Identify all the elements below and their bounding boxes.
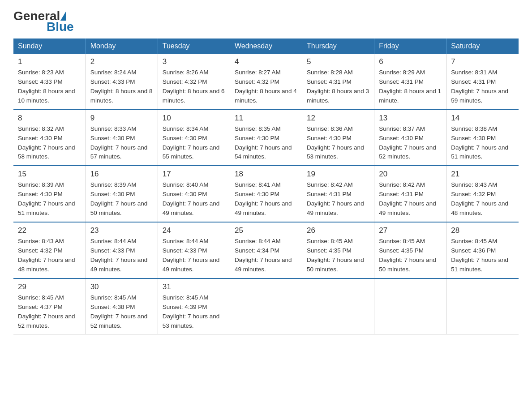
day-info: Sunrise: 8:31 AMSunset: 4:31 PMDaylight:… (451, 68, 514, 106)
day-info: Sunrise: 8:37 AMSunset: 4:30 PMDaylight:… (379, 124, 442, 162)
day-number: 30 (90, 283, 153, 291)
day-number: 31 (163, 283, 225, 291)
day-number: 4 (235, 57, 297, 66)
table-row: 8Sunrise: 8:32 AMSunset: 4:30 PMDaylight… (13, 110, 86, 166)
table-row: 5Sunrise: 8:28 AMSunset: 4:31 PMDaylight… (302, 54, 374, 110)
day-info: Sunrise: 8:45 AMSunset: 4:39 PMDaylight:… (163, 293, 225, 331)
table-row (374, 278, 446, 334)
day-number: 17 (163, 170, 225, 179)
day-number: 27 (379, 226, 442, 235)
day-number: 29 (18, 283, 81, 291)
table-row: 15Sunrise: 8:39 AMSunset: 4:30 PMDayligh… (13, 166, 86, 222)
day-number: 7 (451, 57, 514, 66)
table-row: 28Sunrise: 8:45 AMSunset: 4:36 PMDayligh… (446, 222, 519, 278)
table-row: 13Sunrise: 8:37 AMSunset: 4:30 PMDayligh… (374, 110, 446, 166)
calendar-table: Sunday Monday Tuesday Wednesday Thursday… (13, 39, 519, 334)
header-saturday: Saturday (446, 39, 519, 54)
day-info: Sunrise: 8:45 AMSunset: 4:38 PMDaylight:… (90, 293, 153, 331)
table-row: 20Sunrise: 8:42 AMSunset: 4:31 PMDayligh… (374, 166, 446, 222)
day-number: 26 (307, 226, 369, 235)
day-number: 10 (163, 114, 225, 123)
day-number: 6 (379, 57, 442, 66)
header-friday: Friday (374, 39, 446, 54)
table-row: 6Sunrise: 8:29 AMSunset: 4:31 PMDaylight… (374, 54, 446, 110)
day-number: 2 (90, 57, 153, 66)
day-number: 11 (235, 114, 297, 123)
day-info: Sunrise: 8:39 AMSunset: 4:30 PMDaylight:… (18, 180, 81, 218)
day-info: Sunrise: 8:44 AMSunset: 4:33 PMDaylight:… (163, 237, 225, 274)
week-row-5: 29Sunrise: 8:45 AMSunset: 4:37 PMDayligh… (13, 278, 519, 334)
header-tuesday: Tuesday (158, 39, 230, 54)
logo: General Blue (13, 9, 74, 34)
day-number: 3 (163, 57, 225, 66)
day-info: Sunrise: 8:38 AMSunset: 4:30 PMDaylight:… (451, 124, 514, 162)
day-number: 14 (451, 114, 514, 123)
day-info: Sunrise: 8:26 AMSunset: 4:32 PMDaylight:… (163, 68, 225, 106)
weekday-header-row: Sunday Monday Tuesday Wednesday Thursday… (13, 39, 519, 54)
day-info: Sunrise: 8:23 AMSunset: 4:33 PMDaylight:… (18, 68, 81, 106)
day-number: 16 (90, 170, 153, 179)
day-info: Sunrise: 8:29 AMSunset: 4:31 PMDaylight:… (379, 68, 442, 106)
table-row: 22Sunrise: 8:43 AMSunset: 4:32 PMDayligh… (13, 222, 86, 278)
logo-blue-text: Blue (47, 20, 74, 34)
page-header: General Blue (13, 9, 519, 34)
day-info: Sunrise: 8:45 AMSunset: 4:37 PMDaylight:… (18, 293, 81, 331)
day-info: Sunrise: 8:45 AMSunset: 4:35 PMDaylight:… (379, 237, 442, 274)
header-monday: Monday (86, 39, 158, 54)
day-number: 20 (379, 170, 442, 179)
day-number: 18 (235, 170, 297, 179)
day-number: 23 (90, 226, 153, 235)
table-row: 19Sunrise: 8:42 AMSunset: 4:31 PMDayligh… (302, 166, 374, 222)
day-info: Sunrise: 8:24 AMSunset: 4:33 PMDaylight:… (90, 68, 153, 106)
table-row: 10Sunrise: 8:34 AMSunset: 4:30 PMDayligh… (158, 110, 230, 166)
header-wednesday: Wednesday (230, 39, 302, 54)
table-row (446, 278, 519, 334)
day-info: Sunrise: 8:33 AMSunset: 4:30 PMDaylight:… (90, 124, 153, 162)
table-row: 3Sunrise: 8:26 AMSunset: 4:32 PMDaylight… (158, 54, 230, 110)
day-number: 19 (307, 170, 369, 179)
day-info: Sunrise: 8:43 AMSunset: 4:32 PMDaylight:… (451, 180, 514, 218)
table-row (302, 278, 374, 334)
table-row: 30Sunrise: 8:45 AMSunset: 4:38 PMDayligh… (86, 278, 158, 334)
day-number: 5 (307, 57, 369, 66)
day-number: 28 (451, 226, 514, 235)
day-number: 12 (307, 114, 369, 123)
day-number: 21 (451, 170, 514, 179)
header-thursday: Thursday (302, 39, 374, 54)
day-info: Sunrise: 8:44 AMSunset: 4:33 PMDaylight:… (90, 237, 153, 274)
header-sunday: Sunday (13, 39, 86, 54)
day-info: Sunrise: 8:28 AMSunset: 4:31 PMDaylight:… (307, 68, 369, 106)
week-row-3: 15Sunrise: 8:39 AMSunset: 4:30 PMDayligh… (13, 166, 519, 222)
table-row: 9Sunrise: 8:33 AMSunset: 4:30 PMDaylight… (86, 110, 158, 166)
day-info: Sunrise: 8:45 AMSunset: 4:35 PMDaylight:… (307, 237, 369, 274)
day-info: Sunrise: 8:42 AMSunset: 4:31 PMDaylight:… (379, 180, 442, 218)
day-info: Sunrise: 8:42 AMSunset: 4:31 PMDaylight:… (307, 180, 369, 218)
table-row: 26Sunrise: 8:45 AMSunset: 4:35 PMDayligh… (302, 222, 374, 278)
day-info: Sunrise: 8:45 AMSunset: 4:36 PMDaylight:… (451, 237, 514, 274)
day-info: Sunrise: 8:39 AMSunset: 4:30 PMDaylight:… (90, 180, 153, 218)
day-number: 13 (379, 114, 442, 123)
day-number: 9 (90, 114, 153, 123)
table-row: 17Sunrise: 8:40 AMSunset: 4:30 PMDayligh… (158, 166, 230, 222)
day-number: 22 (18, 226, 81, 235)
table-row: 29Sunrise: 8:45 AMSunset: 4:37 PMDayligh… (13, 278, 86, 334)
day-info: Sunrise: 8:34 AMSunset: 4:30 PMDaylight:… (163, 124, 225, 162)
table-row: 24Sunrise: 8:44 AMSunset: 4:33 PMDayligh… (158, 222, 230, 278)
day-info: Sunrise: 8:43 AMSunset: 4:32 PMDaylight:… (18, 237, 81, 274)
table-row: 23Sunrise: 8:44 AMSunset: 4:33 PMDayligh… (86, 222, 158, 278)
table-row: 27Sunrise: 8:45 AMSunset: 4:35 PMDayligh… (374, 222, 446, 278)
day-number: 24 (163, 226, 225, 235)
day-info: Sunrise: 8:32 AMSunset: 4:30 PMDaylight:… (18, 124, 81, 162)
day-info: Sunrise: 8:35 AMSunset: 4:30 PMDaylight:… (235, 124, 297, 162)
week-row-4: 22Sunrise: 8:43 AMSunset: 4:32 PMDayligh… (13, 222, 519, 278)
table-row: 25Sunrise: 8:44 AMSunset: 4:34 PMDayligh… (230, 222, 302, 278)
day-info: Sunrise: 8:44 AMSunset: 4:34 PMDaylight:… (235, 237, 297, 274)
table-row: 4Sunrise: 8:27 AMSunset: 4:32 PMDaylight… (230, 54, 302, 110)
table-row: 1Sunrise: 8:23 AMSunset: 4:33 PMDaylight… (13, 54, 86, 110)
day-info: Sunrise: 8:27 AMSunset: 4:32 PMDaylight:… (235, 68, 297, 106)
table-row (230, 278, 302, 334)
week-row-1: 1Sunrise: 8:23 AMSunset: 4:33 PMDaylight… (13, 54, 519, 110)
table-row: 2Sunrise: 8:24 AMSunset: 4:33 PMDaylight… (86, 54, 158, 110)
table-row: 16Sunrise: 8:39 AMSunset: 4:30 PMDayligh… (86, 166, 158, 222)
table-row: 18Sunrise: 8:41 AMSunset: 4:30 PMDayligh… (230, 166, 302, 222)
